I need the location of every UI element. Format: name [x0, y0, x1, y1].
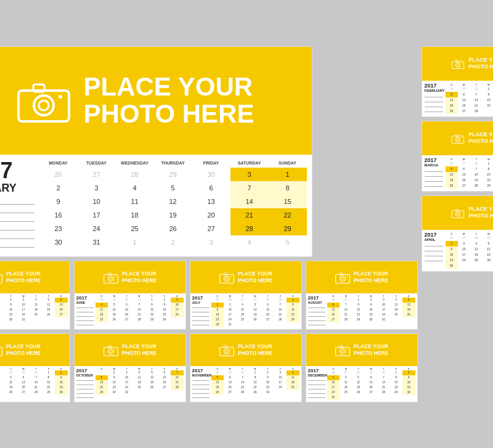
camera-icon-dec: [335, 344, 351, 356]
day-header-fri: FRIDAY: [192, 160, 230, 166]
svg-point-11: [108, 275, 114, 281]
svg-point-41: [340, 348, 346, 354]
svg-point-36: [224, 348, 230, 354]
dec-calendar: PLACE YOUR PHOTO HERE 2017 DECEMBER: [306, 333, 418, 402]
apr-calendar: PLACE YOUR PHOTO HERE 2017 APRIL: [422, 195, 494, 272]
svg-rect-5: [0, 274, 2, 283]
camera-icon-nov: [219, 344, 235, 356]
cal-cell: 23: [39, 222, 78, 235]
svg-point-34: [115, 348, 116, 349]
day-header-tue: TUESDAY: [78, 160, 116, 166]
cal-cell: 29: [154, 168, 192, 181]
cal-line: [0, 234, 35, 239]
cal-line-row: 05: [0, 243, 35, 248]
calendar-body: 2017 JANUARY 52 01 02: [0, 155, 312, 256]
camera-icon-feb: [451, 59, 465, 69]
jun-cal-left: 2017 JUNE: [76, 295, 94, 327]
aug-banner-text: PLACE YOUR PHOTO HERE: [354, 271, 388, 283]
jul-banner: PLACE YOUR PHOTO HERE: [190, 261, 301, 293]
may-cal-body: 2017 MAY S: [0, 293, 70, 329]
svg-point-22: [341, 277, 344, 280]
svg-point-24: [347, 275, 348, 277]
svg-point-47: [457, 63, 459, 66]
apr-banner: PLACE YOUR PHOTO HERE: [422, 196, 494, 230]
cal-line-row: 52: [0, 200, 35, 205]
cal-cell: 31: [78, 235, 116, 249]
oct-calendar: PLACE YOUR PHOTO HERE 2017 OCTOBER: [74, 333, 186, 402]
svg-point-46: [456, 62, 461, 67]
mar-banner-text: PLACE YOUR PHOTO HERE: [468, 131, 493, 145]
svg-point-19: [231, 275, 232, 277]
mar-banner: PLACE YOUR PHOTO HERE: [422, 121, 494, 155]
jun-banner-line1: PLACE YOUR: [122, 271, 157, 277]
cal-cell: 6: [192, 181, 230, 195]
sep-banner-text: PLACE YOUR PHOTO HERE: [6, 343, 41, 356]
svg-point-12: [110, 277, 112, 280]
banner-line1: PLACE YOUR: [84, 73, 255, 100]
cal-cell: 27: [78, 168, 116, 181]
small-row-1: PLACE YOUR PHOTO HERE 2017 MAY: [0, 261, 418, 330]
cal-cell: 28: [230, 222, 269, 235]
day-header-thu: THURSDAY: [154, 160, 192, 166]
cal-left-info: 2017 JANUARY 52 01 02: [0, 160, 35, 251]
cal-week-6: 30 31 1 2 3 4 5: [39, 235, 307, 249]
svg-point-16: [224, 275, 230, 281]
svg-rect-25: [0, 347, 2, 356]
cal-cell: 9: [39, 195, 78, 208]
jun-cal-body: 2017 JUNE S: [75, 293, 185, 329]
svg-point-44: [347, 348, 348, 349]
apr-banner-text: PLACE YOUR PHOTO HERE: [468, 206, 493, 219]
cal-cell: 28: [116, 168, 154, 181]
cal-line-row: 01: [0, 208, 35, 214]
jun-banner-text: PLACE YOUR PHOTO HERE: [122, 271, 157, 283]
camera-icon-sep: [0, 344, 3, 356]
cal-header-row: MONDAY TUESDAY WEDNESDAY THURSDAY FRIDAY…: [39, 160, 307, 166]
jul-calendar: PLACE YOUR PHOTO HERE 2017 JULY: [190, 261, 302, 330]
oct-banner: PLACE YOUR PHOTO HERE: [75, 334, 185, 366]
cal-week-4: 16 17 18 19 20 21 22: [39, 208, 307, 222]
svg-point-37: [226, 350, 228, 352]
may-banner-line2: PHOTO HERE: [6, 277, 41, 283]
cal-cell: 7: [230, 181, 269, 195]
camera-icon-may: [0, 271, 3, 283]
nov-banner: PLACE YOUR PHOTO HERE: [190, 334, 301, 366]
cal-cell: 1: [269, 168, 307, 181]
may-banner: PLACE YOUR PHOTO HERE: [0, 261, 70, 293]
svg-point-51: [456, 137, 461, 142]
cal-cell: 25: [116, 222, 154, 235]
cal-cell: 30: [192, 168, 230, 181]
svg-point-1: [34, 96, 54, 115]
camera-icon-jul: [219, 271, 235, 283]
svg-point-57: [457, 213, 459, 215]
cal-cell: 8: [269, 181, 307, 195]
mar-calendar: PLACE YOUR PHOTO HERE 2017 MARCH: [422, 121, 494, 192]
cal-cell: 5: [154, 181, 192, 195]
cal-year: 2017: [0, 160, 35, 182]
feb-calendar: PLACE YOUR PHOTO HERE 2017 FEBRUARY: [422, 46, 494, 117]
cal-line-row: 04: [0, 234, 35, 240]
cal-cell: 16: [39, 208, 78, 222]
oct-banner-text: PLACE YOUR PHOTO HERE: [122, 343, 157, 356]
svg-point-49: [462, 62, 462, 63]
cal-cell: 3: [78, 181, 116, 195]
nov-calendar: PLACE YOUR PHOTO HERE 2017 NOVEMBER: [190, 333, 302, 402]
cal-cell: 17: [78, 208, 116, 222]
left-column: PLACE YOUR PHOTO HERE 2017 JANUARY 52: [0, 46, 418, 402]
cal-cell: 12: [154, 195, 192, 208]
dec-banner-text: PLACE YOUR PHOTO HERE: [354, 343, 388, 356]
camera-icon-large: [16, 78, 71, 123]
cal-cell: 18: [116, 208, 154, 222]
cal-line: [0, 217, 35, 222]
camera-icon-oct: [103, 344, 119, 356]
svg-point-54: [462, 137, 462, 137]
cal-cell: 4: [116, 181, 154, 195]
svg-point-21: [340, 275, 346, 281]
cal-line: [0, 208, 35, 213]
cal-cell: 26: [39, 168, 78, 181]
feb-banner-text: PLACE YOUR PHOTO HERE: [468, 57, 493, 70]
jun-calendar: PLACE YOUR PHOTO HERE 2017 JUNE: [74, 261, 186, 330]
main-banner: PLACE YOUR PHOTO HERE: [0, 47, 312, 155]
cal-cell: 19: [154, 208, 192, 222]
cal-cell: 26: [154, 222, 192, 235]
cal-week-3: 9 10 11 12 13 14 15: [39, 195, 307, 208]
